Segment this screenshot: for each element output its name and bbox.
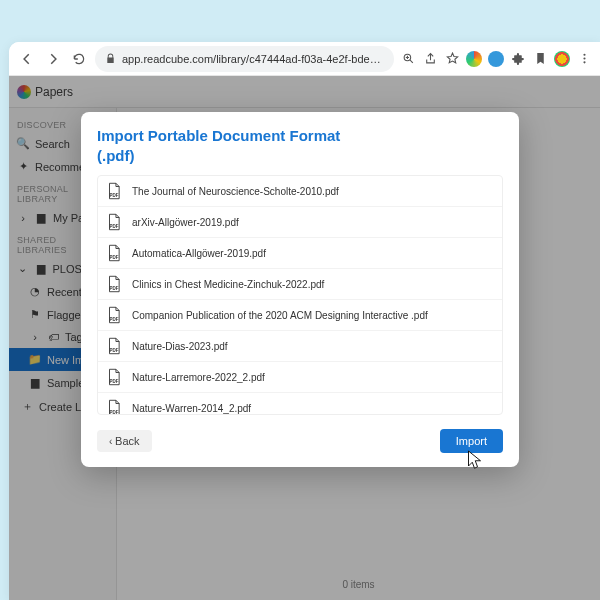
file-row[interactable]: PDFNature-Warren-2014_2.pdf bbox=[98, 393, 502, 415]
browser-window: app.readcube.com/library/c47444ad-f03a-4… bbox=[9, 42, 600, 600]
reload-icon[interactable] bbox=[69, 49, 89, 69]
url-bar[interactable]: app.readcube.com/library/c47444ad-f03a-4… bbox=[95, 46, 394, 72]
pdf-icon: PDF bbox=[106, 337, 122, 355]
file-list: PDFThe Journal of Neuroscience-Scholte-2… bbox=[97, 175, 503, 415]
file-name: Automatica-Allgöwer-2019.pdf bbox=[132, 248, 266, 259]
file-row[interactable]: PDFAutomatica-Allgöwer-2019.pdf bbox=[98, 238, 502, 269]
file-name: Clinics in Chest Medicine-Zinchuk-2022.p… bbox=[132, 279, 324, 290]
file-row[interactable]: PDFCompanion Publication of the 2020 ACM… bbox=[98, 300, 502, 331]
pdf-icon: PDF bbox=[106, 213, 122, 231]
svg-text:PDF: PDF bbox=[110, 255, 119, 260]
app-area: Papers DISCOVER 🔍Search ✦Recommen PERSON… bbox=[9, 76, 600, 600]
bookmark-icon[interactable] bbox=[532, 51, 548, 67]
back-nav-icon[interactable] bbox=[17, 49, 37, 69]
pdf-icon: PDF bbox=[106, 182, 122, 200]
file-name: Nature-Larremore-2022_2.pdf bbox=[132, 372, 265, 383]
forward-nav-icon[interactable] bbox=[43, 49, 63, 69]
svg-text:PDF: PDF bbox=[110, 379, 119, 384]
file-name: arXiv-Allgöwer-2019.pdf bbox=[132, 217, 239, 228]
pdf-icon: PDF bbox=[106, 399, 122, 415]
modal-footer: ‹ Back Import bbox=[97, 429, 503, 453]
pdf-icon: PDF bbox=[106, 244, 122, 262]
file-name: Nature-Dias-2023.pdf bbox=[132, 341, 228, 352]
svg-text:PDF: PDF bbox=[110, 317, 119, 322]
share-icon[interactable] bbox=[422, 51, 438, 67]
extensions-puzzle-icon[interactable] bbox=[510, 51, 526, 67]
chrome-avatar-icon[interactable] bbox=[554, 51, 570, 67]
pdf-icon: PDF bbox=[106, 306, 122, 324]
svg-point-3 bbox=[583, 61, 585, 63]
lock-icon bbox=[105, 53, 116, 64]
zoom-icon[interactable] bbox=[400, 51, 416, 67]
svg-text:PDF: PDF bbox=[110, 224, 119, 229]
import-button[interactable]: Import bbox=[440, 429, 503, 453]
pdf-icon: PDF bbox=[106, 275, 122, 293]
file-row[interactable]: PDFarXiv-Allgöwer-2019.pdf bbox=[98, 207, 502, 238]
toolbar-icons bbox=[400, 51, 592, 67]
kebab-menu-icon[interactable] bbox=[576, 51, 592, 67]
svg-text:PDF: PDF bbox=[110, 193, 119, 198]
extension-blue-icon[interactable] bbox=[488, 51, 504, 67]
svg-text:PDF: PDF bbox=[110, 410, 119, 415]
star-icon[interactable] bbox=[444, 51, 460, 67]
extension-colorwheel-icon[interactable] bbox=[466, 51, 482, 67]
back-button[interactable]: ‹ Back bbox=[97, 430, 152, 452]
svg-text:PDF: PDF bbox=[110, 348, 119, 353]
modal-title: Import Portable Document Format (.pdf) bbox=[97, 126, 503, 165]
file-row[interactable]: PDFThe Journal of Neuroscience-Scholte-2… bbox=[98, 176, 502, 207]
file-name: The Journal of Neuroscience-Scholte-2010… bbox=[132, 186, 339, 197]
url-text: app.readcube.com/library/c47444ad-f03a-4… bbox=[122, 53, 384, 65]
svg-text:PDF: PDF bbox=[110, 286, 119, 291]
import-modal: Import Portable Document Format (.pdf) P… bbox=[81, 112, 519, 467]
svg-point-1 bbox=[583, 54, 585, 56]
svg-point-2 bbox=[583, 57, 585, 59]
browser-toolbar: app.readcube.com/library/c47444ad-f03a-4… bbox=[9, 42, 600, 76]
file-row[interactable]: PDFNature-Larremore-2022_2.pdf bbox=[98, 362, 502, 393]
file-name: Nature-Warren-2014_2.pdf bbox=[132, 403, 251, 414]
file-name: Companion Publication of the 2020 ACM De… bbox=[132, 310, 428, 321]
file-row[interactable]: PDFNature-Dias-2023.pdf bbox=[98, 331, 502, 362]
file-row[interactable]: PDFClinics in Chest Medicine-Zinchuk-202… bbox=[98, 269, 502, 300]
pdf-icon: PDF bbox=[106, 368, 122, 386]
